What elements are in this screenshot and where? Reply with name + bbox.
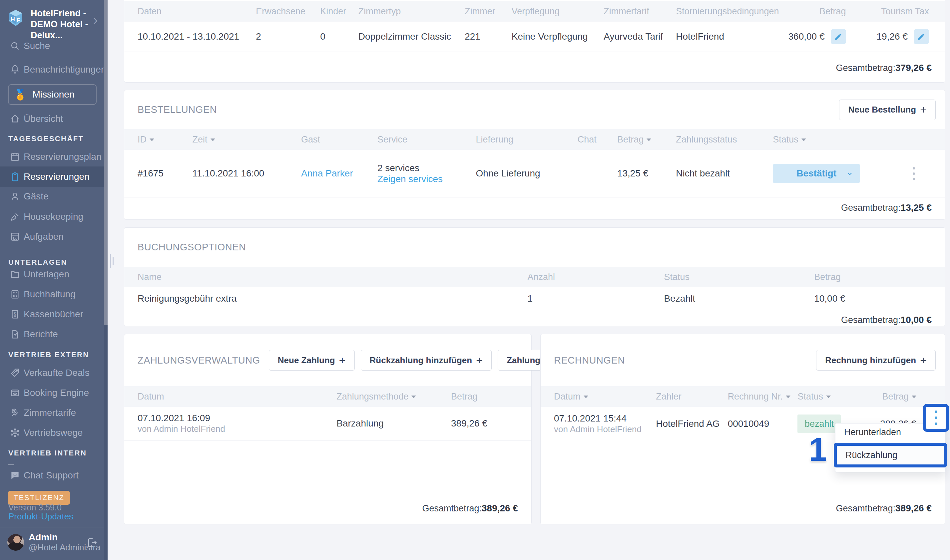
pencil-icon (834, 32, 843, 41)
invoice-kebab-menu-highlighted[interactable] (923, 404, 949, 432)
sidebar-item-chat-support[interactable]: Chat Support (0, 466, 104, 485)
order-status-dropdown[interactable]: Bestätigt (773, 164, 860, 183)
section-label-vertrieb-intern: VERTRIEB INTERN (8, 449, 86, 457)
cell-order-zeit: 11.10.2021 16:00 (192, 168, 301, 179)
col-daten: Daten (137, 6, 256, 17)
annotation-highlight-box: Rückzahlung (834, 443, 947, 468)
cell-betrag: 389,26 € (451, 418, 518, 429)
rate-icon (9, 407, 21, 418)
col-id-sort[interactable]: ID (137, 134, 192, 145)
sidebar-item-gaeste[interactable]: Gäste (0, 187, 104, 206)
reservation-details-card: Daten Erwachsene Kinder Zimmertyp Zimmer… (124, 0, 945, 83)
plus-icon: + (920, 103, 927, 116)
new-order-button[interactable]: Neue Bestellung + (839, 100, 936, 120)
broom-icon (9, 211, 21, 222)
kebab-icon (935, 411, 937, 425)
avatar (7, 534, 24, 551)
hotelfriend-logo-icon: H F (6, 8, 25, 28)
add-refund-button[interactable]: Rückzahlung hinzufügen + (361, 350, 492, 371)
sidebar-item-uebersicht[interactable]: Übersicht (0, 109, 104, 129)
chevron-down-icon (846, 170, 853, 177)
tourism-tax-value: 19,26 € (876, 31, 907, 42)
col-rechnung-nr-sort[interactable]: Rechnung Nr. (728, 392, 798, 402)
col-status: Status (664, 272, 815, 282)
col-zahlungsmethode-sort[interactable]: Zahlungsmethode (336, 392, 451, 402)
panel-resize-handle[interactable] (110, 254, 111, 268)
chevron-right-icon[interactable]: › (93, 13, 98, 28)
total-value: 379,26 € (895, 63, 932, 73)
panel-resize-handle-2[interactable] (112, 257, 114, 265)
col-name: Name (137, 272, 528, 282)
sidebar-item-zimmertarife[interactable]: Zimmertarife (0, 403, 104, 423)
order-kebab-menu[interactable] (909, 165, 918, 182)
orders-total: Gesamtbetrag: 13,25 € (124, 197, 945, 218)
sidebar-item-missionen[interactable]: 🏅 Missionen (8, 84, 97, 105)
sidebar-item-verkaufte-deals[interactable]: Verkaufte Deals (0, 363, 104, 383)
payment-row: 07.10.2021 16:09 von Admin HotelFriend B… (124, 407, 531, 440)
sidebar-item-reservierungsplan[interactable]: Reservierungsplan (0, 147, 104, 166)
orders-title: BESTELLUNGEN (137, 104, 217, 115)
sidebar-item-kassenbuecher[interactable]: € Kassenbücher (0, 305, 104, 324)
sidebar-item-benachrichtigungen[interactable]: Benachrichtigungen (0, 60, 104, 79)
cell-kinder: 0 (320, 31, 358, 42)
invoices-header: Datum Zahler Rechnung Nr. Status Betrag (540, 386, 945, 407)
svg-text:H: H (11, 16, 15, 23)
section-label-tagesgeschaeft: TAGESGESCHÄFT (8, 134, 84, 143)
payments-header: Datum Zahlungsmethode Betrag (124, 386, 531, 407)
home-icon (9, 113, 21, 125)
cell-order-id: #1675 (137, 168, 192, 179)
sidebar-item-housekeeping[interactable]: Housekeeping (0, 207, 104, 226)
sidebar-item-berichte[interactable]: Berichte (0, 325, 104, 344)
col-zeit-sort[interactable]: Zeit (192, 134, 301, 145)
logout-icon[interactable] (86, 537, 98, 549)
col-datum-sort[interactable]: Datum (554, 392, 656, 402)
booking-option-row: Reinigungsgebühr extra 1 Bezahlt 10,00 € (124, 287, 945, 310)
edit-betrag-button[interactable] (831, 29, 846, 44)
total-label: Gesamtbetrag: (836, 63, 895, 73)
col-zimmer: Zimmer (465, 6, 512, 17)
sidebar-item-unterlagen[interactable]: Unterlagen (0, 265, 104, 284)
sidebar-item-suche[interactable]: Suche (0, 36, 104, 55)
reservation-total: Gesamtbetrag: 379,26 € (124, 52, 945, 84)
col-status-sort[interactable]: Status (798, 392, 865, 402)
sort-caret-icon (211, 138, 215, 141)
bell-icon (9, 64, 21, 75)
sidebar-item-booking-engine[interactable]: Booking Engine (0, 383, 104, 403)
col-status-sort[interactable]: Status (773, 134, 896, 145)
booking-options-card: BUCHUNGSOPTIONEN Name Anzahl Status Betr… (124, 228, 945, 326)
sort-caret-icon (786, 395, 790, 398)
cell-anzahl: 1 (528, 293, 664, 304)
cell-erwachsene: 2 (256, 31, 320, 42)
total-label: Gesamtbetrag: (836, 503, 895, 514)
booking-options-total: Gesamtbetrag: 10,00 € (124, 310, 945, 329)
user-account[interactable]: Admin @Hotel Administra (0, 532, 104, 553)
guest-link[interactable]: Anna Parker (301, 168, 377, 179)
cell-datum: 07.10.2021 16:09 von Admin HotelFriend (137, 412, 336, 434)
calculator-icon (9, 289, 21, 300)
sidebar-item-buchhaltung[interactable]: Buchhaltung (0, 285, 104, 304)
col-verpflegung: Verpflegung (512, 6, 604, 17)
cell-zimmer: 221 (465, 31, 512, 42)
booking-options-title: BUCHUNGSOPTIONEN (137, 242, 246, 253)
sidebar-item-vertriebswege[interactable]: Vertriebswege (0, 423, 104, 443)
col-zahler: Zahler (656, 392, 727, 402)
edit-tourism-tax-button[interactable] (914, 29, 929, 44)
show-services-link[interactable]: Zeigen services (377, 174, 476, 185)
reservation-table-header: Daten Erwachsene Kinder Zimmertyp Zimmer… (124, 1, 945, 22)
add-invoice-button[interactable]: Rechnung hinzufügen + (816, 350, 936, 371)
pencil-icon (917, 32, 926, 41)
sidebar-item-reservierungen[interactable]: Reservierungen (0, 166, 104, 187)
col-betrag-sort[interactable]: Betrag (617, 134, 676, 145)
product-updates-link[interactable]: Produkt-Updates (8, 511, 73, 522)
annotation-number-1: 1 (809, 431, 827, 468)
collapsed-item-dash (8, 464, 14, 465)
sidebar-divider (0, 527, 104, 528)
new-payment-button[interactable]: Neue Zahlung + (269, 350, 355, 371)
sidebar-item-aufgaben[interactable]: Aufgaben (0, 227, 104, 246)
col-betrag-sort[interactable]: Betrag (866, 392, 932, 402)
orders-card: BESTELLUNGEN Neue Bestellung + ID Zeit G… (124, 90, 945, 220)
col-zimmertarif: Zimmertarif (604, 6, 676, 17)
menu-item-rueckzahlung[interactable]: Rückzahlung (837, 446, 944, 465)
orders-head: BESTELLUNGEN Neue Bestellung + (124, 90, 945, 129)
sidebar-scrollbar-thumb[interactable] (104, 0, 108, 325)
